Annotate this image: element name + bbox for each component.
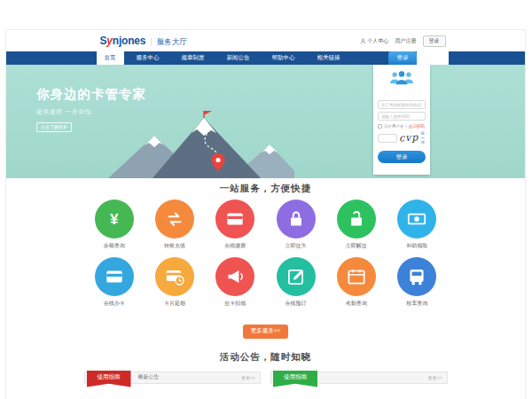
forgot-password-link[interactable]: 忘记密码 (409, 124, 425, 129)
nav-item[interactable]: 相关链接 (308, 51, 350, 65)
services-heading: 一站服务，方便快捷 (6, 183, 525, 195)
users-icon (378, 70, 426, 89)
announcements-section: 活动公告，随时知晓 使用指南最新公告更多>>使用指南更多>> (6, 339, 525, 384)
header: Synjones | 服务大厅 个人中心 用户注册 登录 (6, 30, 525, 51)
captcha-refresh-link[interactable]: 换一张 (420, 131, 426, 145)
header-login-button[interactable]: 登录 (423, 35, 446, 47)
announcement-panels: 使用指南最新公告更多>>使用指南更多>> (84, 372, 448, 384)
service-label: 拾卡招领 (224, 300, 246, 308)
remember-separator: | (406, 124, 407, 129)
site-title: 服务大厅 (157, 37, 187, 48)
nav-gap (417, 51, 449, 65)
hero-banner: 你身边的卡管专家 提供捷径 一步到位 点击了解更多 (6, 65, 525, 178)
unlock-icon (337, 200, 376, 239)
service-label: 在线预订 (286, 300, 307, 308)
service-label: 在线办卡 (104, 300, 125, 308)
service-item[interactable]: 在线办卡 (84, 257, 145, 308)
megaphone-icon (215, 257, 254, 296)
mountain-illustration (99, 109, 294, 178)
bus-icon (397, 257, 436, 296)
logo-divider: | (150, 37, 152, 46)
service-item[interactable]: 立即挂失 (265, 200, 325, 250)
service-item[interactable]: 校车查询 (387, 257, 447, 308)
header-links: 个人中心 用户注册 登录 (360, 35, 446, 47)
page: Synjones | 服务大厅 个人中心 用户注册 登录 首页服务中心规章制度新… (5, 29, 526, 399)
announcements-heading: 活动公告，随时知晓 (6, 351, 525, 364)
hero-title: 你身边的卡管专家 (36, 86, 146, 103)
logo[interactable]: Synjones | 服务大厅 (100, 35, 187, 48)
service-item[interactable]: 拾卡招领 (205, 257, 265, 308)
nav-item[interactable]: 服务中心 (127, 51, 169, 65)
lock-icon (277, 200, 316, 239)
service-item[interactable]: 补助领取 (387, 200, 447, 250)
card-icon (95, 257, 134, 296)
service-item[interactable]: 在线预订 (265, 257, 325, 308)
banknote-icon (397, 200, 436, 239)
nav-item[interactable]: 新闻公告 (217, 51, 260, 65)
password-input[interactable] (378, 112, 426, 121)
nav-item[interactable]: 首页 (97, 51, 124, 65)
username-input[interactable] (378, 100, 426, 109)
remember-row: 记住用户名 | 忘记密码 (378, 124, 426, 129)
panel-tab-ribbon[interactable]: 使用指南 (87, 371, 131, 387)
panel-secondary-tab[interactable]: 最新公告 (138, 373, 160, 381)
login-panel: 记住用户名 | 忘记密码 cvp 换一张 登录 (373, 65, 430, 175)
service-item[interactable]: 在线缴费 (205, 200, 265, 250)
service-label: 转账充值 (164, 242, 185, 250)
service-item[interactable]: 卡片延期 (145, 257, 205, 308)
announcement-panel: 使用指南更多>> (270, 372, 448, 384)
service-item[interactable]: 立即解挂 (326, 200, 387, 250)
captcha-input[interactable] (378, 134, 397, 143)
card-clock-icon (155, 257, 194, 296)
login-panel-tab[interactable]: 登录 (388, 51, 417, 65)
more-services-button[interactable]: 更多服务>> (243, 325, 289, 339)
user-icon (360, 38, 366, 44)
panel-more-link[interactable]: 更多>> (428, 375, 442, 380)
calendar-icon (337, 257, 376, 296)
edit-icon (277, 257, 316, 296)
register-link[interactable]: 用户注册 (395, 37, 417, 45)
panel-more-link[interactable]: 更多>> (241, 375, 255, 380)
transfer-icon (155, 200, 194, 239)
remember-checkbox[interactable] (378, 124, 382, 129)
services-section: 一站服务，方便快捷 ¥余额查询转账充值在线缴费立即挂失立即解挂补助领取在线办卡卡… (6, 178, 525, 339)
service-item[interactable]: 考勤查询 (326, 257, 387, 308)
service-item[interactable]: 转账充值 (145, 200, 205, 250)
hero-cta-button[interactable]: 点击了解更多 (36, 122, 72, 132)
login-submit-button[interactable]: 登录 (378, 151, 426, 163)
personal-center-link[interactable]: 个人中心 (360, 37, 389, 45)
service-label: 余额查询 (104, 242, 125, 250)
service-label: 补助领取 (406, 242, 427, 250)
service-label: 考勤查询 (346, 300, 367, 308)
captcha-row: cvp 换一张 (378, 131, 426, 145)
announcement-panel: 使用指南最新公告更多>> (84, 372, 262, 384)
nav-item[interactable]: 规章制度 (172, 51, 215, 65)
service-item[interactable]: ¥余额查询 (84, 200, 145, 250)
services-grid: ¥余额查询转账充值在线缴费立即挂失立即解挂补助领取在线办卡卡片延期拾卡招领在线预… (84, 200, 448, 315)
service-label: 立即解挂 (346, 242, 367, 250)
nav-item[interactable]: 帮助中心 (262, 51, 305, 65)
service-label: 立即挂失 (286, 242, 307, 250)
remember-label: 记住用户名 (384, 124, 404, 129)
panel-tab-ribbon[interactable]: 使用指南 (273, 371, 317, 387)
logo-text: Synjones (100, 35, 146, 47)
service-label: 校车查询 (406, 300, 427, 308)
service-label: 卡片延期 (164, 300, 185, 308)
service-label: 在线缴费 (224, 242, 246, 250)
yuan-icon: ¥ (95, 200, 134, 239)
card-icon (215, 200, 254, 239)
captcha-image: cvp (399, 131, 419, 144)
